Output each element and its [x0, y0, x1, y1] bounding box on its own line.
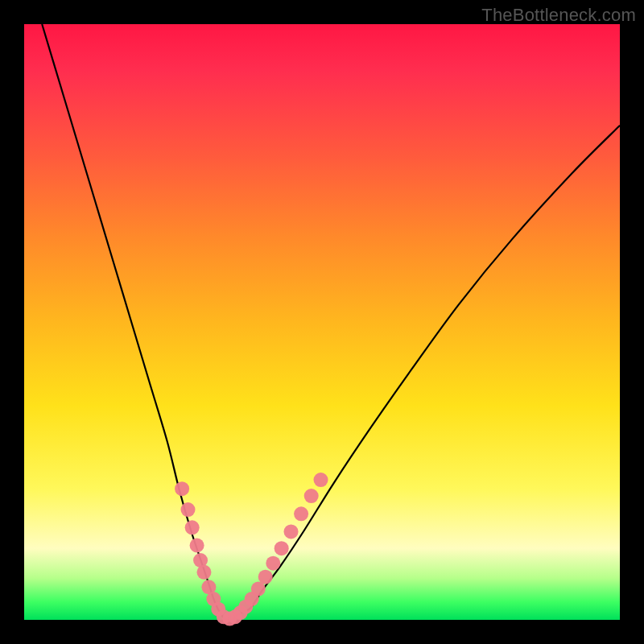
highlight-dots	[175, 473, 328, 625]
highlight-dot	[185, 520, 200, 535]
bottleneck-curve-path	[42, 24, 620, 621]
curve-layer	[24, 24, 620, 620]
highlight-dot	[304, 489, 319, 503]
highlight-dot	[275, 541, 289, 555]
highlight-dot	[196, 565, 211, 580]
highlight-dot	[181, 502, 196, 517]
chart-frame: TheBottleneck.com	[0, 0, 644, 644]
plot-area	[24, 24, 620, 620]
highlight-dot	[314, 473, 328, 487]
highlight-dot	[258, 570, 273, 584]
highlight-dot	[294, 506, 308, 521]
highlight-dot	[284, 524, 299, 539]
highlight-dot	[266, 556, 280, 571]
watermark-text: TheBottleneck.com	[481, 5, 636, 26]
bottleneck-curve	[42, 24, 620, 621]
highlight-dot	[175, 481, 189, 496]
highlight-dot	[190, 539, 204, 553]
